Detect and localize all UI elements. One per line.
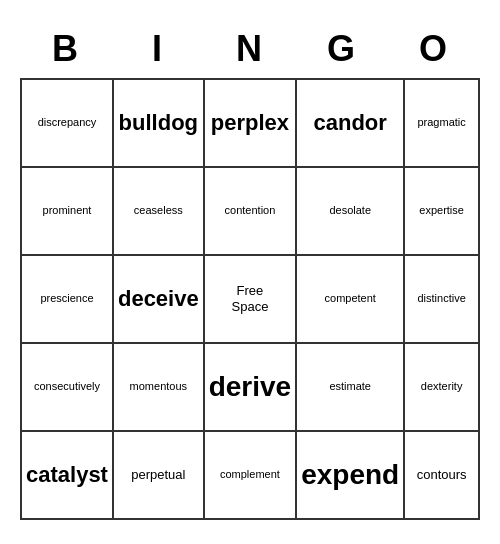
bingo-cell: distinctive (405, 256, 480, 344)
cell-text: discrepancy (38, 116, 97, 129)
header-letter: B (20, 24, 112, 78)
cell-text: expend (301, 458, 399, 492)
cell-text: estimate (329, 380, 371, 393)
cell-text: momentous (130, 380, 187, 393)
cell-text: distinctive (417, 292, 465, 305)
cell-text: prominent (43, 204, 92, 217)
cell-text: expertise (419, 204, 464, 217)
cell-text: ceaseless (134, 204, 183, 217)
bingo-cell: prominent (22, 168, 114, 256)
bingo-cell: expertise (405, 168, 480, 256)
bingo-cell: contours (405, 432, 480, 520)
bingo-cell: derive (205, 344, 298, 432)
cell-text: candor (314, 110, 387, 136)
cell-text: perplex (211, 110, 289, 136)
bingo-header: BINGO (20, 24, 480, 78)
bingo-cell: pragmatic (405, 80, 480, 168)
bingo-cell: discrepancy (22, 80, 114, 168)
header-letter: N (204, 24, 296, 78)
bingo-cell: dexterity (405, 344, 480, 432)
bingo-cell: expend (297, 432, 405, 520)
bingo-cell: consecutively (22, 344, 114, 432)
cell-text: bulldog (119, 110, 198, 136)
bingo-grid: discrepancybulldogperplexcandorpragmatic… (20, 78, 480, 520)
header-letter: O (388, 24, 480, 78)
cell-text: prescience (40, 292, 93, 305)
cell-text: FreeSpace (232, 283, 269, 314)
cell-text: contention (225, 204, 276, 217)
header-letter: G (296, 24, 388, 78)
bingo-cell: prescience (22, 256, 114, 344)
cell-text: consecutively (34, 380, 100, 393)
cell-text: competent (325, 292, 376, 305)
bingo-cell: deceive (114, 256, 205, 344)
cell-text: contours (417, 467, 467, 483)
bingo-card: BINGO discrepancybulldogperplexcandorpra… (10, 14, 490, 530)
bingo-cell: catalyst (22, 432, 114, 520)
cell-text: catalyst (26, 462, 108, 488)
bingo-cell: candor (297, 80, 405, 168)
cell-text: deceive (118, 286, 199, 312)
bingo-cell: perplex (205, 80, 298, 168)
bingo-cell: complement (205, 432, 298, 520)
bingo-cell: ceaseless (114, 168, 205, 256)
bingo-cell: competent (297, 256, 405, 344)
cell-text: perpetual (131, 467, 185, 483)
cell-text: pragmatic (417, 116, 465, 129)
bingo-cell: estimate (297, 344, 405, 432)
cell-text: desolate (329, 204, 371, 217)
bingo-cell: momentous (114, 344, 205, 432)
bingo-cell: contention (205, 168, 298, 256)
cell-text: dexterity (421, 380, 463, 393)
header-letter: I (112, 24, 204, 78)
bingo-cell: bulldog (114, 80, 205, 168)
cell-text: complement (220, 468, 280, 481)
bingo-cell: perpetual (114, 432, 205, 520)
bingo-cell: FreeSpace (205, 256, 298, 344)
bingo-cell: desolate (297, 168, 405, 256)
cell-text: derive (209, 370, 292, 404)
